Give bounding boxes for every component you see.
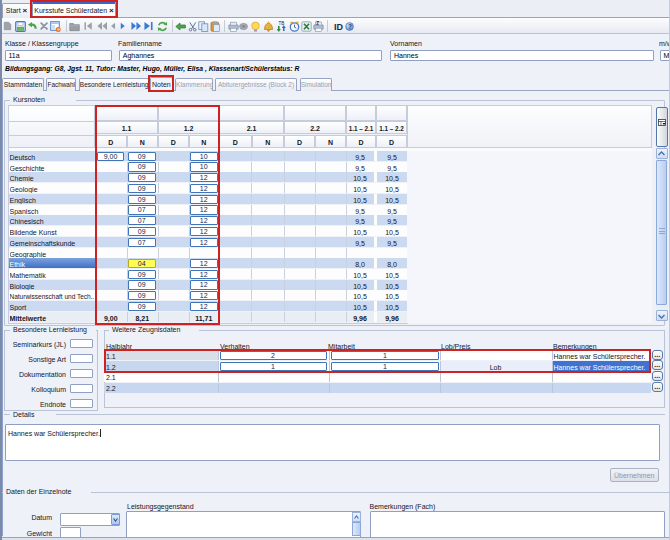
svg-text:TB: TB	[279, 21, 285, 26]
svg-text:?: ?	[348, 23, 352, 30]
svg-text:Z: Z	[316, 21, 319, 26]
